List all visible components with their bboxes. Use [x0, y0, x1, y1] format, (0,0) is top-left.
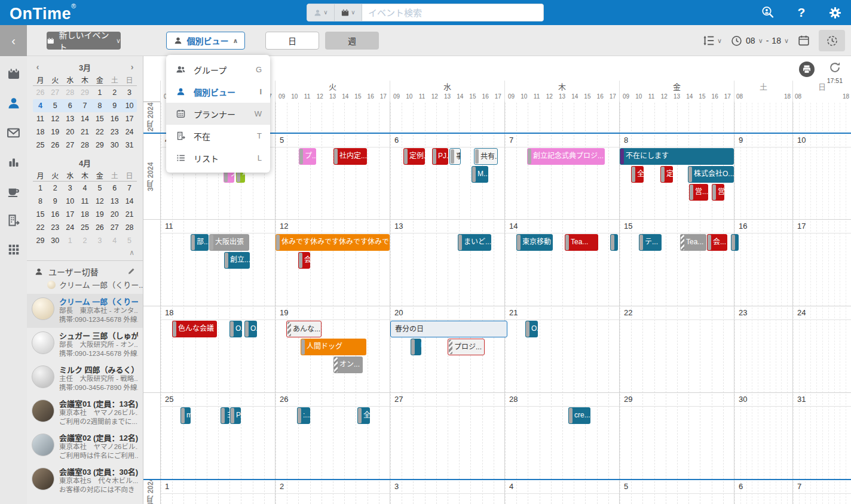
mini-calendar-day[interactable]: 9: [107, 102, 122, 110]
mini-calendar-day[interactable]: 17: [122, 115, 137, 123]
day-cell[interactable]: 5プ...社内定...: [275, 134, 390, 219]
mini-calendar-day[interactable]: 31: [122, 141, 137, 149]
day-cell[interactable]: 25m.ヨ.P...: [160, 393, 275, 479]
row-height-button[interactable]: ∨: [702, 34, 722, 47]
day-cell[interactable]: 6定例...PJ...事共有...M...: [390, 134, 504, 219]
calendar-event[interactable]: 社内定...: [333, 148, 367, 165]
mini-calendar-day[interactable]: 18: [78, 210, 93, 219]
mini-calendar-day[interactable]: 28: [78, 141, 93, 149]
mini-calendar-day[interactable]: 14: [122, 197, 137, 205]
day-cell[interactable]: 15テ...Tea...会...: [619, 220, 734, 306]
mini-calendar-day[interactable]: 15: [33, 210, 48, 219]
day-cell[interactable]: 23: [734, 306, 792, 392]
calendar-event[interactable]: O.: [229, 321, 242, 337]
user-card[interactable]: 会議室03 (定員：30名)東京本社S 代々木ビル...お客様の対応には不向き: [27, 464, 143, 498]
calendar-event[interactable]: 不在にします: [620, 148, 734, 165]
day-cell[interactable]: 30: [734, 393, 792, 479]
calendar-event[interactable]: [731, 234, 739, 251]
calendar-event[interactable]: 人間ドッグ: [301, 339, 366, 355]
mini-calendar-day[interactable]: 7: [78, 102, 93, 110]
mini-calendar-day[interactable]: 7: [122, 184, 137, 192]
calendar-event[interactable]: P...: [230, 407, 241, 424]
mini-calendar-day[interactable]: 11: [33, 115, 48, 123]
mini-calendar-day[interactable]: 14: [78, 115, 93, 123]
day-cell[interactable]: 12休みです休みです休みです休みで...会.: [275, 220, 390, 306]
mini-calendar-day[interactable]: 20: [107, 210, 122, 219]
mini-calendar-day[interactable]: 22: [33, 223, 48, 232]
calendar-event[interactable]: Tea...: [565, 234, 598, 251]
user-search-icon[interactable]: [760, 5, 776, 20]
mini-calendar-day[interactable]: 4: [107, 236, 122, 245]
print-button[interactable]: [798, 61, 815, 80]
calendar-event[interactable]: 「..: [411, 339, 421, 355]
next-month-button[interactable]: ›: [127, 62, 137, 72]
mini-calendar-day[interactable]: 27: [107, 223, 122, 232]
calendar-event[interactable]: テ...: [639, 234, 662, 251]
mini-calendar-day[interactable]: 16: [107, 115, 122, 123]
view-selector-button[interactable]: 個別ビュー ∧: [166, 32, 245, 50]
mini-calendar-day[interactable]: 12: [48, 115, 63, 123]
mini-calendar-day[interactable]: 29: [33, 236, 48, 245]
time-from-select[interactable]: 08: [746, 36, 755, 45]
mini-calendar-day[interactable]: 2: [107, 88, 122, 97]
day-cell[interactable]: 3: [390, 480, 504, 504]
mini-calendar-day[interactable]: 10: [122, 102, 137, 110]
rail-item-calendar[interactable]: [5, 66, 22, 82]
calendar-event[interactable]: cre...: [568, 407, 590, 424]
mini-calendar-day[interactable]: 26: [48, 141, 63, 149]
mini-calendar-day[interactable]: 21: [78, 128, 93, 136]
mini-calendar-day[interactable]: 13: [107, 197, 122, 205]
edit-icon[interactable]: [127, 267, 136, 277]
day-cell[interactable]: 7創立記念式典プロジ...: [504, 134, 619, 219]
mini-calendar-day[interactable]: 8: [92, 102, 107, 110]
calendar-event[interactable]: 会.: [298, 252, 310, 269]
calendar-event[interactable]: 全.: [357, 407, 370, 424]
rail-item-mail[interactable]: [5, 124, 22, 141]
calendar-event[interactable]: 全.: [631, 166, 644, 183]
calendar-event[interactable]: 創立...: [224, 252, 250, 269]
day-cell[interactable]: 6: [734, 480, 792, 504]
mini-calendar-day[interactable]: 21: [122, 210, 137, 219]
calendar-event[interactable]: 共有...: [474, 148, 498, 165]
day-cell[interactable]: 22: [619, 306, 734, 392]
day-cell[interactable]: 24: [792, 306, 851, 392]
mini-calendar-day[interactable]: 27: [63, 141, 78, 149]
user-card[interactable]: シュガー 三郎（しゅが...部長 大阪研究所 - オン...携帯:090-123…: [27, 328, 143, 362]
mini-calendar-day[interactable]: 4: [78, 184, 93, 192]
day-cell[interactable]: 14東京移動Tea...: [504, 220, 619, 306]
mini-calendar-day[interactable]: 18: [33, 128, 48, 136]
mini-calendar-day[interactable]: 16: [48, 210, 63, 219]
work-hours-toggle-button[interactable]: [819, 30, 845, 51]
calendar-event[interactable]: O.: [525, 321, 538, 337]
rail-item-apps[interactable]: [5, 241, 22, 258]
sidebar-collapse-button[interactable]: ‹: [0, 25, 27, 56]
calendar-event[interactable]: プロジ...: [448, 339, 485, 355]
day-cell[interactable]: 1: [160, 480, 275, 504]
calendar-event[interactable]: ヨ.: [221, 407, 229, 424]
mini-calendar-day[interactable]: 17: [63, 210, 78, 219]
mini-calendar-day[interactable]: 5: [92, 184, 107, 192]
calendar-event[interactable]: 事: [449, 148, 461, 165]
mini-calendar-day[interactable]: 23: [107, 128, 122, 136]
day-cell[interactable]: [792, 102, 851, 133]
mini-calendar-day[interactable]: 27: [48, 88, 63, 97]
day-cell[interactable]: 18色んな会議O.O.: [160, 306, 275, 392]
calendar-event[interactable]: [610, 234, 618, 251]
user-card[interactable]: ミルク 四郎（みるく）...主任 大阪研究所 - 戦略...携帯:090-345…: [27, 362, 143, 396]
mini-calendar-day[interactable]: 5: [48, 102, 63, 110]
mini-calendar-day[interactable]: 22: [92, 128, 107, 136]
mini-calendar-day[interactable]: 28: [63, 88, 78, 97]
search-calendar-filter-button[interactable]: ∨: [335, 4, 362, 21]
mini-calendar-day[interactable]: 26: [92, 223, 107, 232]
day-cell[interactable]: 13まいど...: [390, 220, 504, 306]
mini-calendar-day[interactable]: 6: [63, 102, 78, 110]
mini-calendar-day[interactable]: 11: [78, 197, 93, 205]
day-cell[interactable]: 10: [792, 134, 851, 219]
mini-calendar-day[interactable]: 4: [33, 102, 48, 110]
menu-item-group[interactable]: グループG: [166, 59, 270, 81]
day-cell[interactable]: [504, 102, 619, 133]
mini-calendar-day[interactable]: 19: [48, 128, 63, 136]
mini-calendar-day[interactable]: 29: [78, 88, 93, 97]
calendar-event[interactable]: 営...: [689, 184, 708, 201]
day-cell[interactable]: 8不在にします全.定.株式会社O...営...営.: [619, 134, 734, 219]
